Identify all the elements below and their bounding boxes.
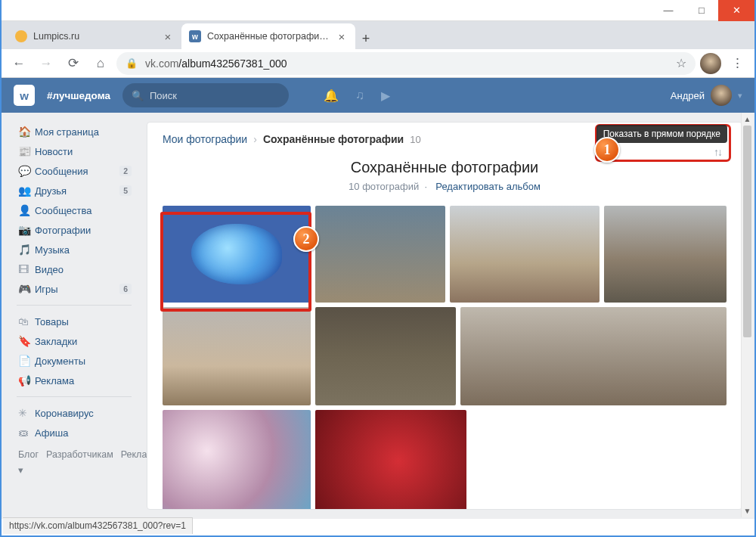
sidebar-footer: БлогРазработчикамРекламаЕщё ▾ bbox=[14, 442, 135, 484]
vk-user-menu[interactable]: Андрей ▾ bbox=[671, 85, 742, 106]
browser-menu-button[interactable]: ⋮ bbox=[726, 52, 748, 75]
sidebar-item-icon: 📄 bbox=[18, 355, 35, 367]
url-path: /album432567381_000 bbox=[178, 57, 287, 70]
sidebar-footer-link[interactable]: Разработчикам bbox=[46, 449, 113, 460]
sidebar-item-icon: 📢 bbox=[18, 374, 35, 386]
sidebar-item-label: Сообщества bbox=[35, 205, 92, 216]
sidebar: 🏠Моя страница📰Новости💬Сообщения2👥Друзья5… bbox=[14, 122, 135, 510]
lock-icon: 🔒 bbox=[125, 57, 138, 69]
sidebar-item-icon: 🛍 bbox=[18, 315, 35, 327]
album-subtitle: 10 фотографий · Редактировать альбом bbox=[163, 181, 727, 192]
sidebar-item-icon: 👥 bbox=[18, 185, 35, 197]
browser-tab-inactive[interactable]: Lumpics.ru × bbox=[8, 23, 181, 49]
page-scrollbar[interactable]: ▲ ▼ bbox=[741, 113, 753, 517]
sidebar-item-icon: 🎵 bbox=[18, 244, 35, 256]
play-icon[interactable]: ▶ bbox=[381, 88, 390, 103]
sidebar-item-icon: 🏠 bbox=[18, 126, 35, 138]
sidebar-item-label: Моя страница bbox=[35, 126, 99, 138]
sidebar-item[interactable]: 🛍Товары bbox=[14, 312, 135, 331]
sidebar-item-label: Новости bbox=[35, 146, 73, 157]
sidebar-item[interactable]: 👤Сообщества bbox=[14, 200, 135, 220]
edit-album-link[interactable]: Редактировать альбом bbox=[435, 181, 541, 192]
sidebar-item[interactable]: 🏠Моя страница bbox=[14, 122, 135, 141]
reload-button[interactable]: ⟳ bbox=[62, 52, 85, 75]
window-minimize-button[interactable]: — bbox=[652, 0, 685, 21]
forward-button[interactable]: → bbox=[35, 52, 57, 75]
search-placeholder: Поиск bbox=[150, 90, 177, 101]
window-close-button[interactable]: ✕ bbox=[718, 0, 754, 21]
bookmark-star-icon[interactable]: ☆ bbox=[676, 56, 686, 70]
vk-user-name: Андрей bbox=[671, 90, 705, 101]
sidebar-item-label: Фотографии bbox=[35, 225, 91, 236]
sort-order-button[interactable]: ↑↓ bbox=[714, 146, 721, 158]
profile-avatar-button[interactable] bbox=[700, 53, 721, 74]
search-input[interactable]: 🔍 Поиск bbox=[122, 83, 289, 107]
window-maximize-button[interactable]: □ bbox=[685, 0, 718, 21]
scroll-thumb[interactable] bbox=[743, 126, 751, 337]
breadcrumb-count: 10 bbox=[410, 134, 420, 145]
photo-thumbnail[interactable] bbox=[450, 206, 600, 303]
sidebar-item[interactable]: 📢Реклама bbox=[14, 371, 135, 390]
sidebar-item-label: Документы bbox=[35, 355, 85, 367]
sidebar-item[interactable]: 🎵Музыка bbox=[14, 240, 135, 259]
search-icon: 🔍 bbox=[132, 90, 144, 101]
sidebar-item-label: Музыка bbox=[35, 244, 70, 256]
sidebar-item[interactable]: 🎟Афиша bbox=[14, 423, 135, 442]
address-bar[interactable]: 🔒 vk.com/album432567381_000 ☆ bbox=[116, 52, 696, 75]
favicon-icon bbox=[15, 30, 27, 42]
new-tab-button[interactable]: + bbox=[355, 28, 376, 49]
sidebar-item-icon: 🎞 bbox=[18, 263, 35, 275]
sidebar-item-label: Друзья bbox=[35, 185, 67, 197]
photo-thumbnail[interactable] bbox=[460, 307, 727, 405]
sidebar-item[interactable]: 👥Друзья5 bbox=[14, 181, 135, 200]
sidebar-item[interactable]: 📷Фотографии bbox=[14, 220, 135, 240]
url-host: vk.com bbox=[145, 57, 178, 70]
browser-tab-strip: Lumpics.ru × w Сохранённые фотографии – … bbox=[2, 21, 754, 49]
sidebar-item-icon: 📷 bbox=[18, 224, 35, 236]
chevron-down-icon: ▾ bbox=[738, 91, 742, 101]
sidebar-item-label: Афиша bbox=[35, 427, 68, 439]
photo-thumbnail[interactable] bbox=[315, 410, 466, 510]
music-icon[interactable]: ♫ bbox=[355, 88, 364, 102]
home-button[interactable]: ⌂ bbox=[89, 52, 112, 75]
window-titlebar: — □ ✕ bbox=[2, 0, 754, 21]
sidebar-badge: 5 bbox=[119, 185, 132, 196]
scroll-up-button[interactable]: ▲ bbox=[742, 113, 753, 126]
sidebar-item[interactable]: 📰Новости bbox=[14, 141, 135, 161]
browser-toolbar: ← → ⟳ ⌂ 🔒 vk.com/album432567381_000 ☆ ⋮ bbox=[2, 49, 754, 78]
sidebar-item[interactable]: ✳Коронавирус bbox=[14, 403, 135, 423]
sidebar-badge: 6 bbox=[119, 284, 132, 294]
vk-hashtag[interactable]: #лучшедома bbox=[47, 90, 110, 101]
photo-thumbnail[interactable] bbox=[604, 206, 727, 303]
content-panel: Мои фотографии › Сохранённые фотографии … bbox=[147, 122, 742, 510]
sidebar-footer-link[interactable]: Блог bbox=[18, 449, 39, 460]
sidebar-item-label: Закладки bbox=[35, 336, 77, 347]
chevron-right-icon: › bbox=[253, 133, 257, 145]
sidebar-item-label: Сообщения bbox=[35, 166, 88, 177]
sidebar-item-icon: 📰 bbox=[18, 145, 35, 157]
photo-thumbnail[interactable] bbox=[163, 206, 311, 303]
scroll-down-button[interactable]: ▼ bbox=[742, 504, 753, 517]
status-bar: https://vk.com/album432567381_000?rev=1 bbox=[3, 517, 193, 534]
browser-tab-active[interactable]: w Сохранённые фотографии – 10 × bbox=[181, 23, 355, 49]
sidebar-item[interactable]: 🎮Игры6 bbox=[14, 279, 135, 299]
breadcrumb-root[interactable]: Мои фотографии bbox=[163, 133, 247, 145]
sidebar-item[interactable]: 🎞Видео bbox=[14, 259, 135, 279]
breadcrumb-current: Сохранённые фотографии bbox=[263, 133, 404, 145]
back-button[interactable]: ← bbox=[8, 52, 30, 75]
sidebar-item-icon: 💬 bbox=[18, 165, 35, 177]
photo-thumbnail[interactable] bbox=[163, 307, 311, 405]
sidebar-item[interactable]: 📄Документы bbox=[14, 351, 135, 371]
sidebar-item-icon: ✳ bbox=[18, 407, 35, 419]
photo-thumbnail[interactable] bbox=[163, 410, 311, 510]
tab-close-button[interactable]: × bbox=[336, 30, 348, 42]
tab-title: Сохранённые фотографии – 10 bbox=[207, 31, 333, 42]
sidebar-item[interactable]: 💬Сообщения2 bbox=[14, 161, 135, 181]
notifications-icon[interactable]: 🔔 bbox=[324, 88, 339, 103]
sidebar-item[interactable]: 🔖Закладки bbox=[14, 331, 135, 351]
vk-logo-icon[interactable]: w bbox=[14, 85, 35, 106]
photo-thumbnail[interactable] bbox=[315, 206, 445, 303]
tab-close-button[interactable]: × bbox=[162, 30, 174, 42]
photo-thumbnail[interactable] bbox=[315, 307, 456, 405]
sidebar-item-label: Коронавирус bbox=[35, 408, 94, 419]
